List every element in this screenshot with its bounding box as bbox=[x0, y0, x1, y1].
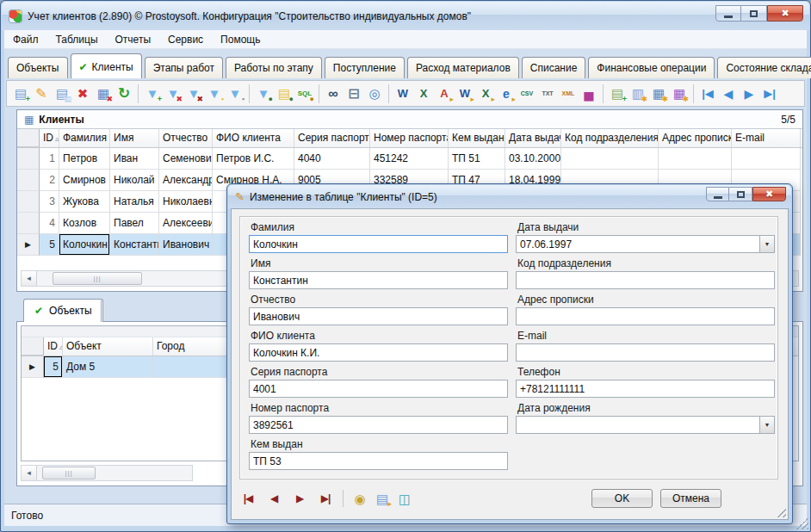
column-header-Адрес прописки[interactable]: Адрес прописки bbox=[659, 129, 732, 147]
find-icon[interactable]: ∞ bbox=[323, 84, 344, 104]
column-header-ID[interactable]: ID▵ bbox=[44, 337, 63, 356]
cell[interactable]: Смирнов bbox=[59, 170, 110, 191]
ok-button[interactable]: OK bbox=[591, 489, 653, 508]
copy-record-icon[interactable]: ▤▤ bbox=[52, 84, 72, 104]
column-header-Имя[interactable]: Имя bbox=[110, 129, 159, 147]
cell[interactable]: Козлов bbox=[59, 213, 110, 234]
cell[interactable]: Петров bbox=[59, 148, 110, 170]
filter-remove-icon[interactable]: ▼✖ bbox=[163, 84, 183, 104]
export-csv-icon[interactable]: CSV bbox=[517, 84, 537, 104]
scroll-thumb[interactable]: ||| bbox=[53, 272, 142, 285]
menu-item-Отчеты[interactable]: Отчеты bbox=[107, 32, 159, 47]
dialog-maximize-button[interactable] bbox=[729, 187, 752, 201]
tab-Клиенты[interactable]: ✔Клиенты bbox=[71, 53, 142, 78]
cell[interactable]: Иванович bbox=[159, 234, 213, 256]
tab-Этапы работ[interactable]: Этапы работ bbox=[145, 57, 223, 78]
menu-item-Файл[interactable]: Файл bbox=[4, 32, 47, 47]
scroll-thumb[interactable]: ||| bbox=[42, 467, 96, 479]
dropdown-arrow-button[interactable]: ▼ bbox=[759, 236, 774, 252]
cell[interactable]: 3 bbox=[40, 191, 59, 213]
Код подразделения-input[interactable] bbox=[517, 273, 774, 289]
Номер паспорта-input[interactable] bbox=[250, 418, 507, 434]
cell[interactable]: 2 bbox=[40, 170, 59, 191]
column-header-E-mail[interactable]: E-mail bbox=[732, 129, 801, 147]
E-mail-input[interactable] bbox=[517, 345, 774, 362]
edit-record-icon[interactable]: ✎ bbox=[31, 84, 52, 104]
record-first-icon[interactable]: |◀ bbox=[239, 492, 257, 504]
tab-Объекты[interactable]: Объекты bbox=[8, 57, 68, 78]
add-record-icon[interactable]: ▤+ bbox=[10, 84, 31, 104]
Серия паспорта-input[interactable] bbox=[250, 381, 507, 398]
window-resize-grip[interactable] bbox=[796, 517, 808, 529]
Дата выдачи-input[interactable] bbox=[517, 237, 774, 253]
fill-template-icon[interactable]: ▤▸ bbox=[373, 489, 392, 508]
minimize-button[interactable] bbox=[715, 5, 741, 22]
refresh-icon[interactable]: ↻ bbox=[114, 84, 134, 104]
cell[interactable]: Алексеевич bbox=[159, 213, 213, 234]
cell[interactable]: 451242 bbox=[370, 148, 449, 170]
dialog-minimize-button[interactable] bbox=[706, 187, 729, 201]
filter-add-icon[interactable]: ▼+ bbox=[142, 84, 163, 104]
Телефон-input[interactable] bbox=[517, 381, 774, 398]
cell[interactable]: Александрович bbox=[159, 170, 213, 191]
title-bar[interactable]: Учет клиентов (2.890) © Prostoysoft. Кон… bbox=[2, 2, 809, 30]
Дата рождения-input[interactable] bbox=[517, 418, 774, 434]
cell[interactable]: Семенович bbox=[159, 148, 213, 170]
column-header-ID[interactable]: ID▵ bbox=[40, 129, 59, 147]
column-header-ФИО клиента[interactable]: ФИО клиента bbox=[213, 129, 294, 147]
export-xml-icon[interactable]: XML bbox=[558, 84, 579, 104]
cell[interactable]: 1 bbox=[40, 148, 59, 170]
delete-record-icon[interactable]: ✖ bbox=[72, 84, 93, 104]
tab-Расход материалов[interactable]: Расход материалов bbox=[407, 57, 519, 78]
Адрес прописки-input[interactable] bbox=[517, 309, 774, 325]
dialog-close-button[interactable]: ✖ bbox=[752, 187, 786, 201]
clock-icon[interactable]: ◉ bbox=[350, 489, 369, 508]
cell[interactable] bbox=[732, 148, 801, 170]
delete-table-records-icon[interactable]: ▦✖ bbox=[93, 84, 114, 104]
filter-open-icon[interactable]: ▼▪ bbox=[204, 84, 225, 104]
print-record-icon[interactable]: ◫ bbox=[395, 489, 414, 508]
column-header-Номер паспорта[interactable]: Номер паспорта bbox=[370, 129, 449, 147]
record-prev-icon[interactable]: ◀ bbox=[265, 492, 282, 504]
column-header-Объект[interactable]: Объект bbox=[63, 337, 153, 356]
objects-subtab[interactable]: ✔Объекты bbox=[23, 299, 103, 322]
scroll-left-button[interactable]: ◂ bbox=[22, 271, 37, 286]
menu-item-Таблицы[interactable]: Таблицы bbox=[47, 32, 107, 47]
filter-remove-all-icon[interactable]: ▼✖ bbox=[183, 84, 204, 104]
menu-item-Помощь[interactable]: Помощь bbox=[212, 32, 269, 47]
cell[interactable]: Николай bbox=[110, 170, 159, 191]
export-txt-icon[interactable]: TXT bbox=[537, 84, 558, 104]
Отчество-input[interactable] bbox=[250, 309, 507, 325]
record-last-icon[interactable]: ▶| bbox=[317, 492, 334, 504]
cancel-button[interactable]: Отмена bbox=[660, 489, 721, 508]
Кем выдан-input[interactable] bbox=[250, 454, 507, 470]
cell[interactable]: Николаевна bbox=[159, 191, 213, 213]
filter-save-icon[interactable]: ▼▪ bbox=[225, 84, 245, 104]
cell[interactable]: Дом 5 bbox=[63, 356, 153, 378]
form-designer-icon[interactable]: ▦✱ bbox=[669, 84, 690, 104]
excel-document-icon[interactable]: X bbox=[413, 84, 434, 104]
export-pdf-icon[interactable]: A▸ bbox=[434, 84, 455, 104]
Фамилия-input[interactable] bbox=[250, 237, 507, 253]
column-header-Код подразделения[interactable]: Код подразделения bbox=[561, 129, 659, 147]
table-settings-icon[interactable]: ▦✱ bbox=[648, 84, 669, 104]
scroll-left-button[interactable]: ◂ bbox=[22, 466, 37, 480]
record-form-settings-icon[interactable]: ▥✱ bbox=[628, 84, 648, 104]
cell[interactable]: Константин bbox=[110, 234, 159, 256]
nav-prev-icon[interactable]: ◀ bbox=[718, 84, 739, 104]
tree-view-icon[interactable]: ▤● bbox=[274, 84, 294, 104]
cell[interactable]: Иван bbox=[110, 148, 159, 170]
menu-item-Сервис[interactable]: Сервис bbox=[159, 32, 212, 47]
chart-icon[interactable]: ▅ bbox=[579, 84, 599, 104]
ФИО клиента-input[interactable] bbox=[250, 345, 507, 362]
column-header-Серия паспорта[interactable]: Серия паспорта bbox=[294, 129, 370, 147]
cell[interactable]: 03.10.2000 bbox=[505, 148, 561, 170]
tab-Поступление[interactable]: Поступление bbox=[325, 57, 405, 78]
cell[interactable] bbox=[659, 148, 732, 170]
dialog-resize-grip[interactable] bbox=[776, 507, 786, 517]
word-document-icon[interactable]: W bbox=[393, 84, 413, 104]
tab-Списание[interactable]: Списание bbox=[522, 57, 586, 78]
column-header-Фамилия[interactable]: Фамилия bbox=[59, 129, 110, 147]
nav-last-icon[interactable]: ▶| bbox=[759, 84, 780, 104]
record-next-icon[interactable]: ▶ bbox=[291, 492, 308, 504]
